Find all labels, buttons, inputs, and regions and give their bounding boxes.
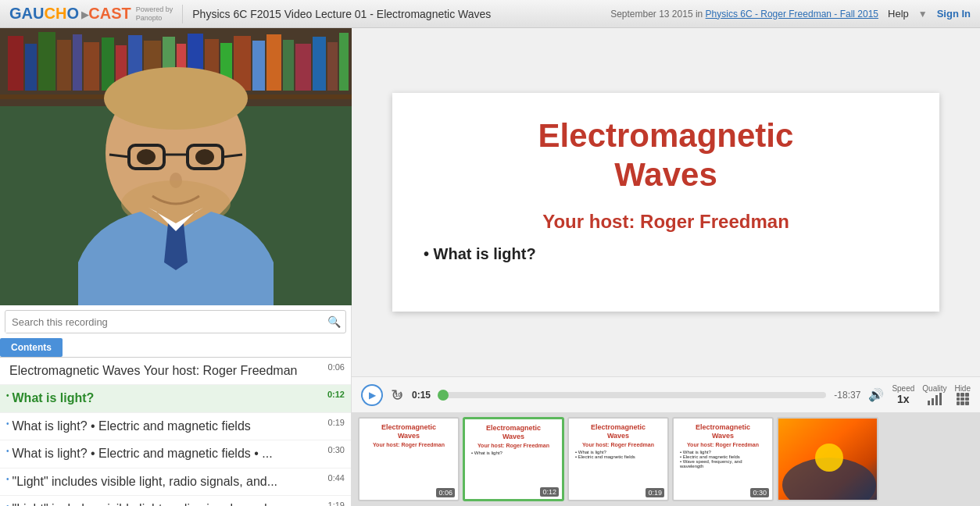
slide-content: ElectromagneticWaves Your host: Roger Fr… [392,93,939,312]
svg-point-27 [104,67,248,130]
thumb-bullets: • What is light?• Electric and magnetic … [680,450,766,469]
thumb-bullet: • Electric and magnetic fields [575,454,661,459]
content-item-text: What is light? [13,390,321,407]
content-item-text: What is light? • Electric and magnetic f… [13,418,322,435]
playback-controls: ▶ ↻ 10 0:15 -18:37 🔊 Speed 1x Quality [352,376,980,412]
thumb-subtitle: Your host: Roger Freedman [687,442,759,447]
content-item[interactable]: • "Light" includes visible light, radio … [0,496,351,506]
bar4 [939,393,942,405]
thumbnail[interactable] [777,417,878,501]
svg-point-39 [815,444,843,472]
signin-button[interactable]: Sign In [937,8,971,20]
content-item-text: "Light" includes visible light, radio si… [13,501,322,506]
thumbnail[interactable]: ElectromagneticWaves Your host: Roger Fr… [463,417,564,501]
grid6 [965,397,969,401]
bar2 [932,398,934,405]
play-button[interactable]: ▶ [361,384,383,406]
video-frame [0,28,352,305]
thumb-title: ElectromagneticWaves [696,423,750,440]
header-title: Physics 6C F2015 Video Lecture 01 - Elec… [192,8,601,20]
content-item-time: 1:19 [328,501,345,506]
content-bullet: • [6,391,9,400]
remaining-time: -18:37 [834,390,860,401]
search-bar[interactable]: 🔍 [5,310,346,333]
powered-by: Powered byPanopto [136,5,173,23]
thumbnail[interactable]: ElectromagneticWaves Your host: Roger Fr… [567,417,669,501]
content-item-time: 0:06 [328,362,345,372]
contents-list: Electromagnetic Waves Your host: Roger F… [0,358,351,506]
search-input[interactable] [5,312,323,333]
left-panel: 🔍 Contents Electromagnetic Waves Your ho… [0,28,352,506]
svg-rect-21 [295,44,311,91]
grid5 [960,397,964,401]
thumb-bullet: • What is light? [471,451,556,455]
svg-rect-7 [84,42,99,91]
content-item[interactable]: • What is light? • Electric and magnetic… [0,413,351,440]
grid8 [960,401,964,405]
svg-rect-4 [38,32,55,91]
content-item[interactable]: • What is light? 0:12 [0,385,351,412]
content-item-text: Electromagnetic Waves Your host: Roger F… [9,362,322,380]
progress-handle[interactable] [438,390,449,401]
thumb-subtitle: Your host: Roger Freedman [582,442,654,447]
quality-label: Quality [922,384,946,393]
thumb-title: ElectromagneticWaves [486,424,541,441]
speed-control[interactable]: Speed 1x [892,384,914,405]
svg-rect-5 [57,40,71,91]
content-item[interactable]: Electromagnetic Waves Your host: Roger F… [0,358,351,385]
content-item-time: 0:19 [328,418,345,427]
video-area [0,28,352,305]
thumbnails-bar: ElectromagneticWaves Your host: Roger Fr… [352,412,980,506]
hide-control[interactable]: Hide [954,384,971,405]
logo-area: GAUCHO ▶CAST Powered byPanopto [9,5,173,23]
grid7 [957,401,960,405]
thumbnail[interactable]: ElectromagneticWaves Your host: Roger Fr… [358,417,460,501]
content-bullet: • [6,447,9,455]
grid9 [965,401,969,405]
grid1 [957,393,960,397]
volume-icon[interactable]: 🔊 [868,387,884,402]
tab-contents[interactable]: Contents [0,338,63,357]
content-bullet: • [6,419,9,428]
svg-rect-6 [73,34,82,91]
thumb-title: ElectromagneticWaves [591,423,646,440]
help-button[interactable]: Help [888,8,909,20]
thumbnail[interactable]: ElectromagneticWaves Your host: Roger Fr… [672,417,774,501]
thumb-image [778,419,878,501]
thumb-bullet: • Wave speed, frequency, and wavelength [680,459,766,469]
svg-rect-8 [102,37,114,91]
svg-rect-23 [327,42,338,91]
content-bullet: • [6,502,9,506]
main-layout: 🔍 Contents Electromagnetic Waves Your ho… [0,28,980,506]
contents-tabs: Contents [0,338,351,358]
rewind-button[interactable]: ↻ 10 [391,386,404,404]
svg-rect-3 [25,44,37,91]
thumb-subtitle: Your host: Roger Freedman [477,443,549,448]
thumb-time: 0:12 [540,487,559,497]
content-item[interactable]: • What is light? • Electric and magnetic… [0,440,351,468]
quality-control[interactable]: Quality [922,384,946,405]
content-item-time: 0:12 [327,390,345,399]
header-actions: Help ▼ Sign In [888,8,971,20]
bar3 [935,395,938,405]
grid2 [960,393,964,397]
hide-grid-icon [957,393,969,405]
content-bullet: • [6,475,9,483]
progress-bar[interactable] [438,392,826,398]
header-divider [182,5,183,23]
header-course[interactable]: Physics 6C - Roger Freedman - Fall 2015 [706,9,878,20]
search-icon[interactable]: 🔍 [323,311,345,333]
quality-bars-icon [928,393,942,405]
thumb-time: 0:06 [436,488,455,497]
video-content [0,28,352,305]
svg-rect-20 [283,40,294,91]
grid3 [965,393,969,397]
thumb-subtitle: Your host: Roger Freedman [373,442,445,447]
svg-rect-18 [252,41,265,91]
content-item-time: 0:30 [328,445,345,454]
slide-bullet: • What is light? [424,245,908,263]
hide-label: Hide [954,384,971,393]
current-time: 0:15 [412,390,431,401]
svg-rect-22 [313,37,326,91]
content-item[interactable]: • "Light" includes visible light, radio … [0,469,351,496]
